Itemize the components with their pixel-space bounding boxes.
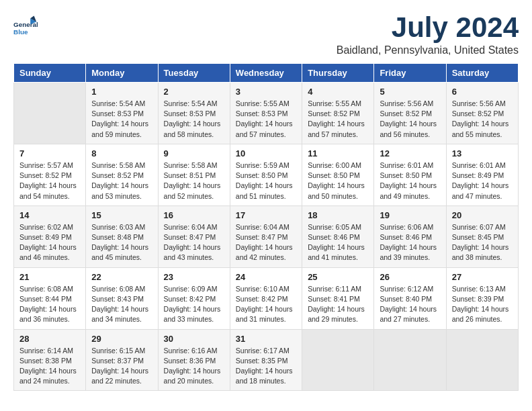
date-number: 29: [91, 334, 152, 344]
calendar-cell: 14Sunrise: 6:02 AMSunset: 8:49 PMDayligh…: [14, 205, 86, 267]
date-number: 3: [236, 87, 296, 97]
date-number: 4: [308, 87, 368, 97]
calendar-cell: [302, 329, 374, 391]
cell-content: Sunrise: 5:58 AMSunset: 8:52 PMDaylight:…: [91, 161, 152, 201]
col-header-sunday: Sunday: [14, 64, 86, 83]
col-header-friday: Friday: [374, 64, 446, 83]
date-number: 11: [308, 148, 368, 158]
cell-content: Sunrise: 6:10 AMSunset: 8:42 PMDaylight:…: [236, 284, 296, 325]
calendar-cell: 20Sunrise: 6:07 AMSunset: 8:45 PMDayligh…: [446, 205, 518, 267]
cell-content: Sunrise: 6:00 AMSunset: 8:50 PMDaylight:…: [308, 161, 368, 201]
cell-content: Sunrise: 6:04 AMSunset: 8:47 PMDaylight:…: [164, 222, 224, 263]
date-number: 27: [452, 272, 513, 282]
calendar-cell: 31Sunrise: 6:17 AMSunset: 8:35 PMDayligh…: [230, 329, 302, 391]
date-number: 9: [164, 148, 224, 158]
calendar-cell: 18Sunrise: 6:05 AMSunset: 8:46 PMDayligh…: [302, 205, 374, 267]
calendar-cell: 28Sunrise: 6:14 AMSunset: 8:38 PMDayligh…: [14, 329, 86, 391]
calendar-week-2: 14Sunrise: 6:02 AMSunset: 8:49 PMDayligh…: [14, 205, 519, 267]
date-number: 14: [19, 210, 80, 220]
date-number: 23: [164, 272, 224, 282]
col-header-saturday: Saturday: [446, 64, 518, 83]
date-number: 26: [380, 272, 440, 282]
calendar-cell: 22Sunrise: 6:08 AMSunset: 8:43 PMDayligh…: [86, 267, 158, 329]
calendar-cell: [374, 329, 446, 391]
calendar-week-3: 21Sunrise: 6:08 AMSunset: 8:44 PMDayligh…: [14, 267, 519, 329]
calendar-cell: 1Sunrise: 5:54 AMSunset: 8:53 PMDaylight…: [86, 83, 158, 144]
cell-content: Sunrise: 6:17 AMSunset: 8:35 PMDaylight:…: [236, 346, 296, 387]
cell-content: Sunrise: 6:11 AMSunset: 8:41 PMDaylight:…: [308, 284, 368, 325]
cell-content: Sunrise: 6:05 AMSunset: 8:46 PMDaylight:…: [308, 222, 368, 263]
cell-content: Sunrise: 5:58 AMSunset: 8:51 PMDaylight:…: [164, 161, 224, 201]
date-number: 8: [91, 148, 152, 158]
calendar-cell: 26Sunrise: 6:12 AMSunset: 8:40 PMDayligh…: [374, 267, 446, 329]
date-number: 19: [380, 210, 440, 220]
calendar-week-4: 28Sunrise: 6:14 AMSunset: 8:38 PMDayligh…: [14, 329, 519, 391]
calendar-cell: 2Sunrise: 5:54 AMSunset: 8:53 PMDaylight…: [158, 83, 230, 144]
calendar-header: SundayMondayTuesdayWednesdayThursdayFrid…: [14, 64, 519, 83]
date-number: 24: [236, 272, 296, 282]
date-number: 12: [380, 148, 440, 158]
logo: General Blue: [13, 13, 38, 38]
cell-content: Sunrise: 6:09 AMSunset: 8:42 PMDaylight:…: [164, 284, 224, 325]
date-number: 15: [91, 210, 152, 220]
calendar-cell: 11Sunrise: 6:00 AMSunset: 8:50 PMDayligh…: [302, 144, 374, 205]
cell-content: Sunrise: 6:12 AMSunset: 8:40 PMDaylight:…: [380, 284, 440, 325]
cell-content: Sunrise: 5:54 AMSunset: 8:53 PMDaylight:…: [164, 99, 224, 140]
calendar-cell: 10Sunrise: 5:59 AMSunset: 8:50 PMDayligh…: [230, 144, 302, 205]
cell-content: Sunrise: 6:07 AMSunset: 8:45 PMDaylight:…: [452, 222, 513, 263]
date-number: 5: [380, 87, 440, 97]
calendar-cell: [446, 329, 518, 391]
col-header-monday: Monday: [86, 64, 158, 83]
cell-content: Sunrise: 5:55 AMSunset: 8:52 PMDaylight:…: [308, 99, 368, 140]
cell-content: Sunrise: 6:08 AMSunset: 8:44 PMDaylight:…: [19, 284, 80, 325]
cell-content: Sunrise: 5:54 AMSunset: 8:53 PMDaylight:…: [91, 99, 152, 140]
cell-content: Sunrise: 6:06 AMSunset: 8:46 PMDaylight:…: [380, 222, 440, 263]
cell-content: Sunrise: 6:01 AMSunset: 8:50 PMDaylight:…: [380, 161, 440, 201]
date-number: 22: [91, 272, 152, 282]
logo-icon: General Blue: [13, 13, 38, 38]
cell-content: Sunrise: 5:56 AMSunset: 8:52 PMDaylight:…: [452, 99, 513, 140]
calendar-week-1: 7Sunrise: 5:57 AMSunset: 8:52 PMDaylight…: [14, 144, 519, 205]
cell-content: Sunrise: 6:08 AMSunset: 8:43 PMDaylight:…: [91, 284, 152, 325]
date-number: 30: [164, 334, 224, 344]
cell-content: Sunrise: 6:13 AMSunset: 8:39 PMDaylight:…: [452, 284, 513, 325]
date-number: 6: [452, 87, 513, 97]
date-number: 18: [308, 210, 368, 220]
calendar-cell: 23Sunrise: 6:09 AMSunset: 8:42 PMDayligh…: [158, 267, 230, 329]
calendar-cell: 27Sunrise: 6:13 AMSunset: 8:39 PMDayligh…: [446, 267, 518, 329]
cell-content: Sunrise: 5:57 AMSunset: 8:52 PMDaylight:…: [19, 161, 80, 201]
cell-content: Sunrise: 6:15 AMSunset: 8:37 PMDaylight:…: [91, 346, 152, 387]
date-number: 17: [236, 210, 296, 220]
date-number: 25: [308, 272, 368, 282]
calendar-subtitle: Baidland, Pennsylvania, United States: [337, 44, 519, 56]
date-number: 7: [19, 148, 80, 158]
calendar-cell: 4Sunrise: 5:55 AMSunset: 8:52 PMDaylight…: [302, 83, 374, 144]
cell-content: Sunrise: 5:56 AMSunset: 8:52 PMDaylight:…: [380, 99, 440, 140]
calendar-cell: 12Sunrise: 6:01 AMSunset: 8:50 PMDayligh…: [374, 144, 446, 205]
calendar-week-0: 1Sunrise: 5:54 AMSunset: 8:53 PMDaylight…: [14, 83, 519, 144]
page-header: General Blue July 2024 Baidland, Pennsyl…: [13, 13, 519, 56]
date-number: 20: [452, 210, 513, 220]
calendar-cell: 13Sunrise: 6:01 AMSunset: 8:49 PMDayligh…: [446, 144, 518, 205]
cell-content: Sunrise: 6:14 AMSunset: 8:38 PMDaylight:…: [19, 346, 80, 387]
calendar-table: SundayMondayTuesdayWednesdayThursdayFrid…: [13, 63, 519, 391]
date-number: 16: [164, 210, 224, 220]
date-number: 21: [19, 272, 80, 282]
cell-content: Sunrise: 6:04 AMSunset: 8:47 PMDaylight:…: [236, 222, 296, 263]
calendar-cell: 5Sunrise: 5:56 AMSunset: 8:52 PMDaylight…: [374, 83, 446, 144]
calendar-cell: 19Sunrise: 6:06 AMSunset: 8:46 PMDayligh…: [374, 205, 446, 267]
title-area: July 2024 Baidland, Pennsylvania, United…: [337, 13, 519, 56]
calendar-cell: 21Sunrise: 6:08 AMSunset: 8:44 PMDayligh…: [14, 267, 86, 329]
date-number: 1: [91, 87, 152, 97]
calendar-cell: 6Sunrise: 5:56 AMSunset: 8:52 PMDaylight…: [446, 83, 518, 144]
col-header-thursday: Thursday: [302, 64, 374, 83]
calendar-title: July 2024: [337, 13, 519, 42]
calendar-cell: [14, 83, 86, 144]
cell-content: Sunrise: 6:01 AMSunset: 8:49 PMDaylight:…: [452, 161, 513, 201]
calendar-cell: 3Sunrise: 5:55 AMSunset: 8:53 PMDaylight…: [230, 83, 302, 144]
calendar-cell: 15Sunrise: 6:03 AMSunset: 8:48 PMDayligh…: [86, 205, 158, 267]
calendar-cell: 16Sunrise: 6:04 AMSunset: 8:47 PMDayligh…: [158, 205, 230, 267]
svg-text:Blue: Blue: [13, 28, 28, 36]
calendar-cell: 25Sunrise: 6:11 AMSunset: 8:41 PMDayligh…: [302, 267, 374, 329]
cell-content: Sunrise: 6:02 AMSunset: 8:49 PMDaylight:…: [19, 222, 80, 263]
